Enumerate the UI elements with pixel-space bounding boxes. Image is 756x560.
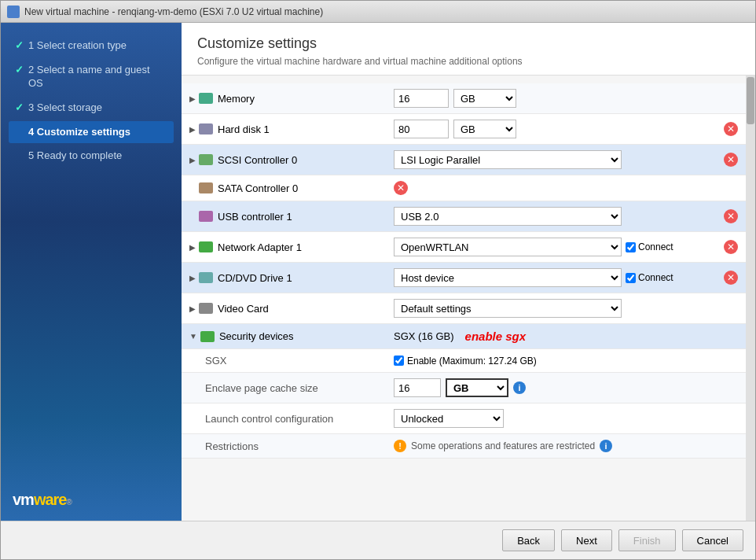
enclave-size-input[interactable] (394, 378, 441, 397)
enclave-info-icon[interactable]: i (513, 381, 526, 394)
sata-value-cell: ✕ (394, 181, 738, 195)
restrictions-row: Restrictions ! Some operations and featu… (182, 434, 746, 459)
scsi-label: SCSI Controller 0 (218, 154, 297, 166)
cddvd-connect-text: Connect (638, 272, 673, 283)
scsi-header[interactable]: ▶ SCSI Controller 0 (189, 154, 378, 166)
cddvd-row: ▶ CD/DVD Drive 1 Host device (182, 263, 746, 293)
logo-reg: ® (67, 498, 72, 507)
network-connect-checkbox[interactable] (626, 242, 636, 252)
sidebar-step-step1[interactable]: ✓1 Select creation type (9, 35, 174, 57)
network-icon (199, 241, 213, 252)
security-row: ▼ Security devices SGX (16 GB) enable sg… (182, 324, 746, 349)
restrictions-info-icon[interactable]: i (600, 440, 612, 452)
launch-config-select[interactable]: Unlocked EnclaveSigner Off (394, 409, 504, 428)
sata-delete-button[interactable]: ✕ (394, 181, 408, 195)
launch-row: Launch control configuration Unlocked En… (182, 403, 746, 434)
sgx-enable-checkbox[interactable] (394, 356, 404, 366)
step-check-icon: ✓ (15, 64, 24, 76)
sgx-label-cell: SGX (182, 349, 386, 373)
scsi-row: ▶ SCSI Controller 0 LSI Logic Parallel (182, 145, 746, 175)
sidebar-step-step3[interactable]: ✓3 Select storage (9, 97, 174, 120)
usb-delete-button[interactable]: ✕ (724, 209, 738, 223)
network-delete-button[interactable]: ✕ (724, 240, 738, 254)
sgx-enable-row: SGX Enable (Maximum: 127.24 GB) (182, 349, 746, 373)
scrollbar-thumb[interactable] (747, 77, 754, 124)
content-area: Customize settings Configure the virtual… (182, 23, 755, 521)
hard-disk-delete-button[interactable]: ✕ (724, 122, 738, 136)
next-button[interactable]: Next (561, 529, 612, 551)
scsi-value-cell: LSI Logic Parallel LSI Logic SAS VMware … (394, 150, 738, 169)
settings-table: ▶ Memory GB (182, 83, 746, 459)
window-icon (7, 6, 20, 18)
hard-disk-header[interactable]: ▶ Hard disk 1 (189, 123, 378, 135)
network-connect-text: Connect (638, 241, 673, 252)
memory-header[interactable]: ▶ Memory (189, 93, 378, 105)
usb-type-select[interactable]: USB 2.0 USB 3.1 USB 3.0 (394, 207, 622, 226)
video-header[interactable]: ▶ Video Card (189, 303, 378, 315)
memory-label: Memory (218, 93, 255, 105)
security-header[interactable]: ▼ Security devices (189, 330, 378, 342)
scsi-expand-icon: ▶ (189, 156, 196, 164)
step-check-icon: ✓ (15, 39, 24, 51)
security-label: Security devices (219, 330, 294, 342)
cddvd-expand-icon: ▶ (189, 274, 196, 282)
enclave-unit-select[interactable]: GB MB (446, 378, 508, 397)
cddvd-delete-button[interactable]: ✕ (724, 271, 738, 285)
footer: Back Next Finish Cancel (1, 521, 755, 559)
main-content: ✓1 Select creation type✓2 Select a name … (1, 23, 755, 521)
video-expand-icon: ▶ (189, 304, 196, 313)
sata-icon (199, 182, 213, 193)
video-label: Video Card (218, 303, 269, 315)
cancel-button[interactable]: Cancel (682, 529, 743, 551)
title-bar: New virtual machine - renqiang-vm-demo (… (1, 1, 755, 23)
video-row: ▶ Video Card Default settings (182, 293, 746, 324)
security-icon (200, 331, 215, 342)
network-connect-label: Connect (626, 241, 673, 252)
usb-header[interactable]: ▶ USB controller 1 (189, 211, 378, 223)
scsi-type-select[interactable]: LSI Logic Parallel LSI Logic SAS VMware … (394, 150, 622, 169)
content-header: Customize settings Configure the virtual… (182, 23, 755, 76)
scrollbar-track[interactable] (746, 76, 755, 521)
network-row: ▶ Network Adapter 1 OpenWRTLAN (182, 232, 746, 263)
sidebar-step-step4[interactable]: ✓4 Customize settings (9, 121, 174, 144)
finish-button[interactable]: Finish (618, 529, 676, 551)
hard-disk-row: ▶ Hard disk 1 GB (182, 114, 746, 145)
cddvd-connect-checkbox[interactable] (626, 273, 636, 283)
sidebar: ✓1 Select creation type✓2 Select a name … (1, 23, 182, 521)
hard-disk-label: Hard disk 1 (218, 123, 270, 135)
memory-row: ▶ Memory GB (182, 83, 746, 114)
sata-label: SATA Controller 0 (218, 182, 298, 194)
vmware-logo: vmware® (1, 479, 182, 521)
scsi-delete-button[interactable]: ✕ (724, 153, 738, 167)
sidebar-step-step5[interactable]: ✓5 Ready to complete (9, 145, 174, 168)
hard-disk-input[interactable] (394, 120, 449, 138)
security-expand-icon: ▼ (189, 332, 197, 341)
launch-value-cell: Unlocked EnclaveSigner Off (394, 409, 738, 428)
memory-value-cell: GB MB (394, 89, 738, 108)
video-type-select[interactable]: Default settings Custom (394, 299, 622, 318)
memory-input[interactable] (394, 89, 449, 108)
restrictions-text: Some operations and features are restric… (411, 440, 595, 451)
hard-disk-unit-select[interactable]: GB MB TB (453, 120, 516, 138)
sgx-annotation: enable sgx (465, 330, 527, 343)
cddvd-header[interactable]: ▶ CD/DVD Drive 1 (189, 272, 378, 284)
usb-label: USB controller 1 (218, 211, 292, 223)
cddvd-icon (199, 272, 213, 283)
network-header[interactable]: ▶ Network Adapter 1 (189, 241, 378, 253)
memory-unit-select[interactable]: GB MB (453, 89, 516, 108)
sidebar-step-step2[interactable]: ✓2 Select a name and guest OS (9, 59, 174, 95)
enclave-label-cell: Enclave page cache size (182, 373, 386, 403)
network-type-select[interactable]: OpenWRTLAN VM Network (394, 238, 622, 256)
sgx-enable-cell: Enable (Maximum: 127.24 GB) (394, 356, 738, 367)
cddvd-type-select[interactable]: Host device Datastore ISO file Client de… (394, 268, 622, 287)
network-label: Network Adapter 1 (218, 241, 302, 253)
restrictions-value-cell: ! Some operations and features are restr… (394, 440, 738, 452)
sata-header[interactable]: ▶ SATA Controller 0 (189, 182, 378, 194)
memory-expand-icon: ▶ (189, 94, 196, 103)
step-check-icon: ✓ (15, 101, 24, 113)
sata-row: ▶ SATA Controller 0 ✕ (182, 175, 746, 201)
logo-vm: vm (13, 491, 34, 508)
back-button[interactable]: Back (502, 529, 555, 551)
hard-disk-icon (199, 123, 213, 134)
usb-value-cell: USB 2.0 USB 3.1 USB 3.0 ✕ (394, 207, 738, 226)
